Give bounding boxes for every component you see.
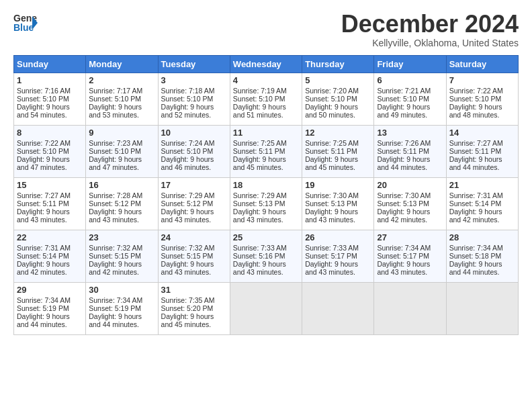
month-title: December 2024: [341, 11, 519, 38]
daylight-hours: Daylight: 9 hours: [305, 155, 358, 163]
calendar-cell: 14Sunrise: 7:27 AMSunset: 5:11 PMDayligh…: [446, 125, 518, 177]
daylight-minutes: and 43 minutes.: [89, 216, 139, 224]
daylight-hours: Daylight: 9 hours: [161, 155, 214, 163]
calendar-cell: 12Sunrise: 7:25 AMSunset: 5:11 PMDayligh…: [302, 125, 374, 177]
calendar-cell: 29Sunrise: 7:34 AMSunset: 5:19 PMDayligh…: [14, 282, 86, 334]
sunrise: Sunrise: 7:34 AM: [449, 244, 503, 252]
day-number: 15: [17, 180, 83, 190]
sunset: Sunset: 5:19 PM: [17, 304, 69, 312]
daylight-minutes: and 44 minutes.: [449, 268, 500, 276]
location: Kellyville, Oklahoma, United States: [341, 38, 519, 48]
header: General Blue December 2024 Kellyville, O…: [13, 11, 519, 48]
svg-text:Blue: Blue: [13, 22, 34, 33]
day-number: 20: [377, 180, 443, 190]
daylight-minutes: and 43 minutes.: [305, 216, 355, 224]
daylight-hours: Daylight: 9 hours: [449, 208, 502, 216]
day-number: 3: [161, 75, 227, 85]
daylight-hours: Daylight: 9 hours: [305, 208, 358, 216]
day-number: 22: [17, 232, 83, 242]
calendar-cell: 19Sunrise: 7:30 AMSunset: 5:13 PMDayligh…: [302, 177, 374, 230]
calendar-week-4: 29Sunrise: 7:34 AMSunset: 5:19 PMDayligh…: [14, 282, 519, 334]
sunrise: Sunrise: 7:27 AM: [17, 191, 71, 199]
daylight-minutes: and 44 minutes.: [89, 320, 139, 328]
day-number: 10: [161, 128, 227, 138]
col-monday: Monday: [86, 55, 158, 73]
day-number: 16: [89, 180, 154, 190]
daylight-minutes: and 43 minutes.: [17, 216, 67, 224]
sunrise: Sunrise: 7:30 AM: [305, 191, 359, 199]
day-number: 27: [377, 232, 443, 242]
logo-icon: General Blue: [13, 11, 38, 35]
sunset: Sunset: 5:11 PM: [449, 147, 502, 155]
day-number: 17: [161, 180, 227, 190]
calendar-cell: 9Sunrise: 7:23 AMSunset: 5:10 PMDaylight…: [86, 125, 158, 177]
calendar-cell: 31Sunrise: 7:35 AMSunset: 5:20 PMDayligh…: [158, 282, 230, 334]
sunset: Sunset: 5:15 PM: [89, 252, 141, 260]
sunset: Sunset: 5:11 PM: [17, 199, 69, 208]
sunrise: Sunrise: 7:25 AM: [233, 139, 287, 147]
day-number: 8: [17, 128, 83, 138]
daylight-hours: Daylight: 9 hours: [233, 260, 286, 268]
daylight-hours: Daylight: 9 hours: [17, 103, 70, 111]
daylight-hours: Daylight: 9 hours: [161, 260, 214, 268]
sunrise: Sunrise: 7:34 AM: [377, 244, 431, 252]
sunset: Sunset: 5:10 PM: [17, 147, 69, 155]
sunset: Sunset: 5:11 PM: [377, 147, 429, 155]
day-number: 1: [17, 75, 83, 85]
day-number: 29: [17, 285, 83, 295]
calendar-cell: 28Sunrise: 7:34 AMSunset: 5:18 PMDayligh…: [446, 230, 518, 282]
logo: General Blue: [13, 11, 38, 35]
day-number: 23: [89, 232, 154, 242]
calendar-cell: 24Sunrise: 7:32 AMSunset: 5:15 PMDayligh…: [158, 230, 230, 282]
calendar-cell: 23Sunrise: 7:32 AMSunset: 5:15 PMDayligh…: [86, 230, 158, 282]
calendar-cell: [446, 282, 518, 334]
daylight-hours: Daylight: 9 hours: [17, 208, 70, 216]
calendar-cell: 17Sunrise: 7:29 AMSunset: 5:12 PMDayligh…: [158, 177, 230, 230]
calendar-cell: 10Sunrise: 7:24 AMSunset: 5:10 PMDayligh…: [158, 125, 230, 177]
calendar-cell: 22Sunrise: 7:31 AMSunset: 5:14 PMDayligh…: [14, 230, 86, 282]
col-sunday: Sunday: [14, 55, 86, 73]
sunset: Sunset: 5:18 PM: [449, 252, 502, 260]
calendar-table: Sunday Monday Tuesday Wednesday Thursday…: [13, 55, 519, 335]
sunrise: Sunrise: 7:28 AM: [89, 191, 142, 199]
sunset: Sunset: 5:11 PM: [305, 147, 357, 155]
sunset: Sunset: 5:13 PM: [377, 199, 429, 208]
calendar-cell: [374, 282, 446, 334]
daylight-hours: Daylight: 9 hours: [233, 103, 286, 111]
sunset: Sunset: 5:13 PM: [233, 199, 285, 208]
daylight-hours: Daylight: 9 hours: [17, 312, 70, 320]
sunrise: Sunrise: 7:26 AM: [377, 139, 431, 147]
daylight-hours: Daylight: 9 hours: [89, 208, 142, 216]
calendar-cell: 3Sunrise: 7:18 AMSunset: 5:10 PMDaylight…: [158, 73, 230, 125]
daylight-hours: Daylight: 9 hours: [161, 103, 214, 111]
daylight-minutes: and 44 minutes.: [449, 163, 500, 171]
daylight-hours: Daylight: 9 hours: [89, 312, 142, 320]
sunrise: Sunrise: 7:31 AM: [17, 244, 71, 252]
daylight-minutes: and 47 minutes.: [17, 163, 67, 171]
calendar-cell: 18Sunrise: 7:29 AMSunset: 5:13 PMDayligh…: [230, 177, 302, 230]
calendar-cell: 15Sunrise: 7:27 AMSunset: 5:11 PMDayligh…: [14, 177, 86, 230]
calendar-cell: 30Sunrise: 7:34 AMSunset: 5:19 PMDayligh…: [86, 282, 158, 334]
sunset: Sunset: 5:14 PM: [449, 199, 502, 208]
daylight-minutes: and 45 minutes.: [161, 320, 212, 328]
daylight-hours: Daylight: 9 hours: [89, 155, 142, 163]
sunset: Sunset: 5:10 PM: [161, 147, 214, 155]
sunrise: Sunrise: 7:16 AM: [17, 87, 71, 95]
sunset: Sunset: 5:12 PM: [161, 199, 214, 208]
sunset: Sunset: 5:10 PM: [449, 95, 502, 103]
day-number: 21: [449, 180, 515, 190]
page-container: General Blue December 2024 Kellyville, O…: [0, 0, 532, 342]
sunrise: Sunrise: 7:32 AM: [89, 244, 142, 252]
daylight-minutes: and 42 minutes.: [17, 268, 67, 276]
sunrise: Sunrise: 7:29 AM: [233, 191, 287, 199]
sunrise: Sunrise: 7:22 AM: [449, 87, 503, 95]
daylight-minutes: and 51 minutes.: [233, 111, 283, 119]
sunset: Sunset: 5:14 PM: [17, 252, 69, 260]
daylight-hours: Daylight: 9 hours: [449, 155, 502, 163]
calendar-cell: 26Sunrise: 7:33 AMSunset: 5:17 PMDayligh…: [302, 230, 374, 282]
daylight-minutes: and 43 minutes.: [233, 268, 283, 276]
sunset: Sunset: 5:19 PM: [89, 304, 141, 312]
daylight-minutes: and 42 minutes.: [89, 268, 139, 276]
daylight-hours: Daylight: 9 hours: [377, 208, 430, 216]
sunset: Sunset: 5:15 PM: [161, 252, 214, 260]
